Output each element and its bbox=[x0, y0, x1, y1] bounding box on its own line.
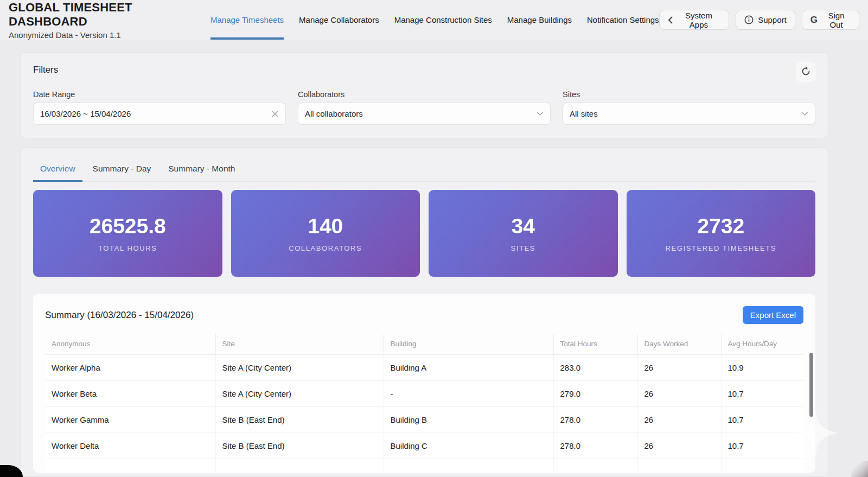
cell-anonymous: Worker Alpha bbox=[45, 354, 215, 380]
cell-days-worked: 26 bbox=[637, 354, 721, 380]
nav-manage-buildings[interactable]: Manage Buildings bbox=[507, 0, 572, 40]
sign-out-label: Sign Out bbox=[822, 11, 851, 29]
header-actions: System Apps Support G Sign Out bbox=[659, 0, 859, 40]
table-header-row: Anonymous Site Building Total Hours Days… bbox=[45, 334, 803, 354]
bottom-right-corner-curl bbox=[851, 461, 868, 477]
collaborators-select[interactable]: All collaborators bbox=[298, 103, 551, 125]
chevron-down-icon bbox=[537, 111, 544, 116]
google-g-icon: G bbox=[810, 15, 818, 24]
stats-row: 26525.8 TOTAL HOURS 140 COLLABORATORS 34… bbox=[33, 190, 815, 277]
cell-site: Site A (City Center) bbox=[215, 354, 384, 380]
stat-card-sites: 34 SITES bbox=[429, 190, 618, 277]
sites-value: All sites bbox=[570, 109, 801, 118]
page-title: GLOBAL TIMESHEET DASHBOARD bbox=[9, 1, 204, 29]
stat-card-collaborators: 140 COLLABORATORS bbox=[231, 190, 420, 277]
nav-manage-timesheets[interactable]: Manage Timesheets bbox=[210, 0, 284, 40]
col-total-hours[interactable]: Total Hours bbox=[553, 334, 637, 354]
cell-anonymous: Worker Delta bbox=[45, 433, 215, 459]
date-range-input[interactable] bbox=[40, 109, 271, 118]
clear-x-icon[interactable] bbox=[271, 110, 279, 118]
col-days-worked[interactable]: Days Worked bbox=[637, 334, 721, 354]
col-site[interactable]: Site bbox=[215, 334, 384, 354]
main-nav: Manage Timesheets Manage Collaborators M… bbox=[210, 0, 659, 40]
collaborators-label: Collaborators bbox=[298, 90, 551, 99]
date-range-input-box[interactable] bbox=[33, 103, 286, 125]
tab-summary-day[interactable]: Summary - Day bbox=[86, 158, 158, 181]
table-scrollbar-thumb[interactable] bbox=[809, 353, 813, 417]
refresh-icon bbox=[801, 66, 811, 78]
cell-building: Building A bbox=[384, 354, 553, 380]
cell-building: Building C bbox=[384, 433, 553, 459]
table-row[interactable] bbox=[45, 459, 803, 473]
cell-avg-hours-day: 10.7 bbox=[721, 406, 803, 433]
col-anonymous[interactable]: Anonymous bbox=[45, 334, 215, 354]
cell-total-hours: 283.0 bbox=[553, 354, 637, 380]
page-subtitle: Anonymized Data - Version 1.1 bbox=[9, 30, 204, 40]
summary-head: Summary (16/03/2026 - 15/04/2026) Export… bbox=[45, 306, 803, 324]
tab-summary-month[interactable]: Summary - Month bbox=[161, 158, 242, 181]
sign-out-button[interactable]: G Sign Out bbox=[802, 10, 859, 30]
cell-days-worked: 26 bbox=[637, 406, 721, 433]
table-row[interactable]: Worker Gamma Site B (East End) Building … bbox=[45, 406, 803, 433]
system-apps-button[interactable]: System Apps bbox=[659, 10, 730, 30]
chevron-left-icon bbox=[668, 16, 673, 24]
stat-value: 2732 bbox=[697, 214, 744, 238]
cell-days-worked: 26 bbox=[637, 433, 721, 459]
nav-manage-collaborators[interactable]: Manage Collaborators bbox=[299, 0, 379, 40]
table-row[interactable]: Worker Alpha Site A (City Center) Buildi… bbox=[45, 354, 803, 380]
info-icon bbox=[744, 15, 754, 24]
cell-building: Building B bbox=[384, 406, 553, 433]
cell-avg-hours-day: 10.9 bbox=[721, 354, 803, 380]
refresh-button[interactable] bbox=[796, 62, 816, 82]
filters-title: Filters bbox=[33, 65, 815, 75]
stat-label: COLLABORATORS bbox=[289, 244, 362, 252]
stat-value: 140 bbox=[308, 214, 343, 238]
cell-total-hours: 279.0 bbox=[553, 380, 637, 406]
cell-site: Site B (East End) bbox=[215, 433, 384, 459]
support-button[interactable]: Support bbox=[736, 10, 795, 30]
filters-panel: Filters Date Range Collaborators All col… bbox=[20, 52, 828, 138]
sites-label: Sites bbox=[563, 90, 815, 99]
collaborators-value: All collaborators bbox=[305, 109, 537, 118]
bottom-left-corner-shape bbox=[0, 465, 23, 477]
cell-days-worked: 26 bbox=[637, 380, 721, 406]
tab-overview[interactable]: Overview bbox=[33, 158, 82, 181]
app-header: GLOBAL TIMESHEET DASHBOARD Anonymized Da… bbox=[0, 0, 868, 40]
table-row[interactable]: Worker Delta Site B (East End) Building … bbox=[45, 433, 803, 459]
summary-table: Anonymous Site Building Total Hours Days… bbox=[45, 334, 803, 473]
cell-total-hours: 278.0 bbox=[553, 406, 637, 433]
col-avg-hours-day[interactable]: Avg Hours/Day bbox=[721, 334, 803, 354]
export-excel-button[interactable]: Export Excel bbox=[743, 306, 803, 324]
stat-label: SITES bbox=[510, 244, 535, 252]
nav-manage-construction-sites[interactable]: Manage Construction Sites bbox=[394, 0, 492, 40]
view-tabs: Overview Summary - Day Summary - Month bbox=[33, 158, 815, 182]
support-label: Support bbox=[758, 15, 787, 24]
cell-avg-hours-day: 10.7 bbox=[721, 380, 803, 406]
table-row[interactable]: Worker Beta Site A (City Center) - 279.0… bbox=[45, 380, 803, 406]
sites-field: Sites All sites bbox=[563, 90, 815, 125]
date-range-label: Date Range bbox=[33, 90, 286, 99]
stat-card-total-hours: 26525.8 TOTAL HOURS bbox=[33, 190, 222, 277]
stat-label: REGISTERED TIMESHEETS bbox=[665, 244, 776, 252]
cell-site: Site B (East End) bbox=[215, 406, 384, 433]
stat-value: 34 bbox=[512, 214, 535, 238]
nav-notification-settings[interactable]: Notification Settings bbox=[587, 0, 659, 40]
summary-card: Summary (16/03/2026 - 15/04/2026) Export… bbox=[33, 294, 815, 473]
cell-building: - bbox=[384, 380, 553, 406]
cell-avg-hours-day: 10.7 bbox=[721, 433, 803, 459]
cell-total-hours: 278.0 bbox=[553, 433, 637, 459]
filters-row: Date Range Collaborators All collaborato… bbox=[33, 90, 815, 125]
system-apps-label: System Apps bbox=[677, 11, 721, 29]
summary-title: Summary (16/03/2026 - 15/04/2026) bbox=[45, 310, 194, 321]
cell-site: Site A (City Center) bbox=[215, 380, 384, 406]
collaborators-field: Collaborators All collaborators bbox=[298, 90, 551, 125]
cell-anonymous: Worker Beta bbox=[45, 380, 215, 406]
stat-card-registered-timesheets: 2732 REGISTERED TIMESHEETS bbox=[627, 190, 816, 277]
main-panel: Overview Summary - Day Summary - Month 2… bbox=[20, 147, 828, 477]
cell-anonymous: Worker Gamma bbox=[45, 406, 215, 433]
col-building[interactable]: Building bbox=[384, 334, 553, 354]
stat-label: TOTAL HOURS bbox=[98, 244, 157, 252]
stat-value: 26525.8 bbox=[90, 214, 166, 238]
chevron-down-icon bbox=[801, 111, 808, 116]
sites-select[interactable]: All sites bbox=[563, 103, 815, 125]
